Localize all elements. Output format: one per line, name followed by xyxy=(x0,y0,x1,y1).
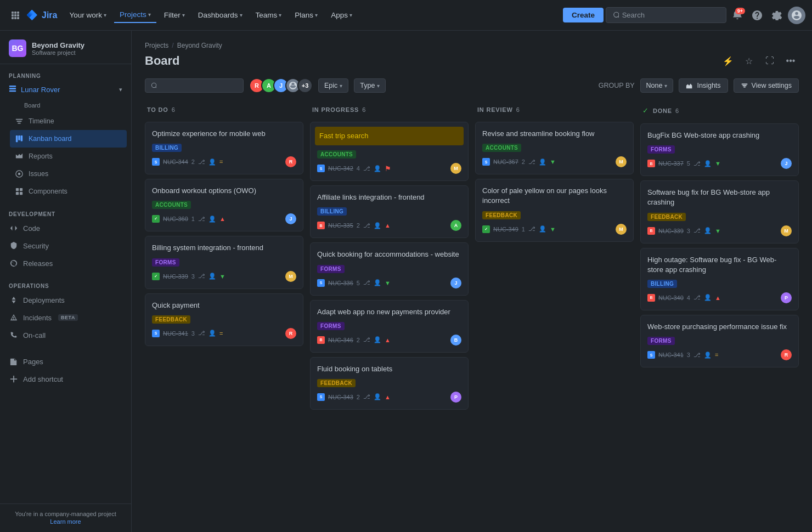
sidebar-item-lunar-rover[interactable]: Lunar Rover ▾ xyxy=(4,81,127,98)
jira-logo[interactable]: Jira xyxy=(26,9,57,21)
card-tag: ACCOUNTS xyxy=(152,201,191,209)
sidebar-item-reports[interactable]: Reports xyxy=(10,148,127,165)
sidebar-item-code[interactable]: Code xyxy=(4,219,127,237)
person-icon: 👤 xyxy=(208,273,216,280)
sidebar-item-issues[interactable]: Issues xyxy=(10,165,127,183)
card-title: Quick payment xyxy=(152,301,296,310)
bug-icon: B xyxy=(317,222,325,229)
card-NUC-346[interactable]: Adapt web app no new payments provider F… xyxy=(310,300,469,353)
card-tag: FORMS xyxy=(647,337,675,345)
search-box[interactable] xyxy=(606,7,726,23)
branch-icon: ⎇ xyxy=(363,336,370,343)
svg-rect-8 xyxy=(17,17,19,19)
epic-filter[interactable]: Epic ▾ xyxy=(318,78,348,93)
view-settings-button[interactable]: View settings xyxy=(734,78,799,93)
chevron-down-icon: ▾ xyxy=(240,12,243,18)
insights-button[interactable]: Insights xyxy=(679,78,728,93)
search-input[interactable] xyxy=(622,11,720,19)
type-filter[interactable]: Type ▾ xyxy=(354,78,386,93)
done-check-icon: ✓ xyxy=(642,106,649,115)
card-NUC-339[interactable]: Software bug fix for BG Web-store app cr… xyxy=(640,180,799,243)
card-avatar: P xyxy=(781,292,792,303)
sidebar-item-kanban[interactable]: Kanban board xyxy=(10,130,127,148)
branch-icon: ⎇ xyxy=(528,159,535,166)
nav-teams[interactable]: Teams ▾ xyxy=(250,8,287,22)
board-search[interactable] xyxy=(145,78,244,93)
svg-rect-20 xyxy=(20,192,22,195)
story-icon: S xyxy=(482,158,490,166)
priority-low-icon: ▼ xyxy=(715,160,721,167)
card-avatar: J xyxy=(781,158,792,169)
learn-more-link[interactable]: Learn more xyxy=(50,518,81,525)
sidebar-item-releases[interactable]: Releases xyxy=(4,254,127,272)
card-tag: FEEDBACK xyxy=(647,213,686,221)
column-title: IN PROGRESS xyxy=(312,106,359,113)
expand-icon[interactable]: ⛶ xyxy=(762,53,778,69)
settings-button[interactable] xyxy=(768,7,786,24)
sidebar-project[interactable]: BG Beyond Gravity Software project xyxy=(0,31,131,64)
svg-rect-7 xyxy=(14,17,16,19)
breadcrumb-projects[interactable]: Projects xyxy=(145,42,168,49)
timeline-icon xyxy=(14,116,24,126)
grid-icon[interactable] xyxy=(7,7,24,24)
more-options-icon[interactable]: ••• xyxy=(782,53,799,69)
person-icon: 👤 xyxy=(539,225,546,233)
card-NUC-341[interactable]: Web-store purchasing performance issue f… xyxy=(640,315,799,367)
board-search-input[interactable] xyxy=(160,82,239,89)
card-NUC-367[interactable]: Revise and streamline booking flow ACCOU… xyxy=(475,122,634,174)
card-NUC-360[interactable]: Onboard workout options (OWO) ACCOUNTS ✓… xyxy=(145,179,303,231)
card-NUC-349[interactable]: Color of pale yellow on our pages looks … xyxy=(475,179,634,241)
nav-dashboards[interactable]: Dashboards ▾ xyxy=(193,8,248,22)
card-NUC-341[interactable]: Quick payment FEEDBACK S NUC-341 3 ⎇ 👤 =… xyxy=(145,293,303,346)
sidebar-item-security[interactable]: Security xyxy=(4,237,127,254)
avatar-filter-group[interactable]: R A J +3 xyxy=(249,78,313,93)
story-icon: S xyxy=(152,158,160,166)
nav-apps[interactable]: Apps ▾ xyxy=(325,8,358,22)
lightning-icon[interactable]: ⚡ xyxy=(720,53,736,69)
avatar-extra[interactable]: +3 xyxy=(297,78,313,93)
breadcrumb-project[interactable]: Beyond Gravity xyxy=(177,42,222,49)
card-NUC-336[interactable]: Quick booking for accommodations - websi… xyxy=(310,242,469,295)
notifications-button[interactable]: 9+ xyxy=(729,7,746,24)
star-icon[interactable]: ☆ xyxy=(741,53,757,69)
card-NUC-337[interactable]: BugFix BG Web-store app crashing FORMS B… xyxy=(640,123,799,176)
nav-filter[interactable]: Filter ▾ xyxy=(159,8,190,22)
card-NUC-342[interactable]: Fast trip search ACCOUNTS S NUC-342 4 ⎇ … xyxy=(310,122,469,181)
sidebar-item-oncall[interactable]: On-call xyxy=(4,326,127,344)
card-meta: S NUC-342 4 ⎇ 👤 ⚑ M xyxy=(317,163,461,174)
svg-rect-12 xyxy=(16,135,18,142)
card-NUC-339[interactable]: Billing system integration - frontend FO… xyxy=(145,236,303,288)
nav-projects[interactable]: Projects ▾ xyxy=(114,7,156,23)
card-meta: S NUC-341 3 ⎇ 👤 = R xyxy=(152,328,296,339)
card-NUC-335[interactable]: Affiliate links integration - frontend B… xyxy=(310,185,469,238)
person-icon: 👤 xyxy=(374,165,381,172)
branch-icon: ⎇ xyxy=(693,227,701,234)
card-NUC-343[interactable]: Fluid booking on tablets FEEDBACK S NUC-… xyxy=(310,357,469,410)
security-icon xyxy=(9,241,19,251)
column-count: 6 xyxy=(362,106,365,113)
svg-rect-2 xyxy=(17,12,19,14)
sidebar-item-deployments[interactable]: Deployments xyxy=(4,291,127,309)
card-meta: S NUC-343 2 ⎇ 👤 ▲ P xyxy=(317,392,461,403)
card-count: 5 xyxy=(687,160,690,167)
chevron-down-icon: ▾ xyxy=(279,12,281,18)
add-shortcut-icon xyxy=(9,374,19,384)
sidebar-item-pages[interactable]: Pages xyxy=(4,353,127,370)
sidebar-item-timeline[interactable]: Timeline xyxy=(10,112,127,130)
nav-your-work[interactable]: Your work ▾ xyxy=(64,8,112,22)
card-id: NUC-341 xyxy=(658,352,684,358)
sidebar-item-components[interactable]: Components xyxy=(10,183,127,200)
card-id: NUC-339 xyxy=(163,273,188,280)
group-by-select[interactable]: None ▾ xyxy=(640,78,674,93)
nav-plans[interactable]: Plans ▾ xyxy=(289,8,323,22)
card-count: 5 xyxy=(357,280,360,286)
create-button[interactable]: Create xyxy=(563,8,604,22)
sidebar-item-add-shortcut[interactable]: Add shortcut xyxy=(4,370,127,388)
help-button[interactable] xyxy=(748,7,766,24)
user-avatar[interactable] xyxy=(788,7,805,24)
card-meta: ✓ NUC-349 1 ⎇ 👤 ▼ M xyxy=(482,224,627,235)
sidebar-item-incidents[interactable]: Incidents BETA xyxy=(4,309,127,326)
card-NUC-344[interactable]: Optimize experience for mobile web BILLI… xyxy=(145,122,303,174)
card-NUC-340[interactable]: High outage: Software bug fix - BG Web-s… xyxy=(640,248,799,310)
card-count: 2 xyxy=(357,394,360,400)
